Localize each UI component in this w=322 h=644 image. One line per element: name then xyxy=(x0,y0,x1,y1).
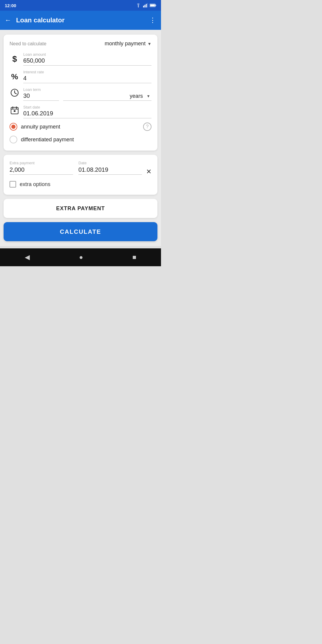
status-bar: 12:00 xyxy=(0,0,161,11)
nav-bar: ◀ ● ■ xyxy=(0,248,161,266)
calculate-type-value: monthly payment xyxy=(105,41,145,47)
dollar-icon: $ xyxy=(10,54,20,66)
extra-payment-date-input[interactable] xyxy=(78,166,142,175)
start-date-group: Start date xyxy=(10,105,151,118)
nav-back-icon[interactable]: ◀ xyxy=(25,253,30,261)
interest-rate-content: Interest rate xyxy=(23,70,151,83)
calculate-button[interactable]: CALCULATE xyxy=(4,222,157,241)
extra-options-row: extra options xyxy=(10,181,151,188)
extra-options-label: extra options xyxy=(20,181,50,188)
wifi-icon xyxy=(135,3,141,7)
battery-icon xyxy=(150,4,156,7)
app-bar: ← Loan calculator ⋮ xyxy=(0,11,161,30)
annuity-payment-row: annuity payment ? xyxy=(10,123,151,131)
status-icons xyxy=(135,3,156,7)
differentiated-radio-button[interactable] xyxy=(10,136,17,143)
loan-term-row: years ▼ xyxy=(23,92,151,101)
nav-home-icon[interactable]: ● xyxy=(79,253,83,261)
calculate-type-arrow-icon: ▼ xyxy=(147,41,151,46)
svg-rect-2 xyxy=(145,5,145,7)
loan-term-unit-value: years xyxy=(130,93,143,99)
differentiated-radio-label: differentiated payment xyxy=(21,137,74,143)
percent-icon: % xyxy=(10,72,20,83)
back-button[interactable]: ← xyxy=(5,16,11,24)
clock-icon xyxy=(10,89,20,101)
interest-rate-input[interactable] xyxy=(23,75,151,83)
calculate-type-dropdown[interactable]: monthly payment ▼ xyxy=(105,41,151,47)
main-form-card: Need to calculate monthly payment ▼ $ Lo… xyxy=(4,35,157,151)
svg-rect-3 xyxy=(146,4,147,7)
menu-button[interactable]: ⋮ xyxy=(149,16,156,24)
payment-type-section: annuity payment ? differentiated payment xyxy=(10,123,151,143)
annuity-radio-left: annuity payment xyxy=(10,123,60,131)
loan-amount-content: Loan amount xyxy=(23,52,151,66)
extra-payment-button[interactable]: EXTRA PAYMENT xyxy=(4,199,157,218)
main-content: Need to calculate monthly payment ▼ $ Lo… xyxy=(0,30,161,246)
app-title: Loan calculator xyxy=(16,16,149,24)
loan-term-unit-dropdown[interactable]: years ▼ xyxy=(63,93,151,101)
loan-term-label: Loan term xyxy=(23,87,151,92)
loan-term-group: Loan term years ▼ xyxy=(10,87,151,101)
loan-term-unit-arrow-icon: ▼ xyxy=(146,94,150,98)
annuity-radio-label: annuity payment xyxy=(21,124,60,130)
extra-payment-amount-input[interactable] xyxy=(10,166,73,175)
extra-payment-header: Extra payment Date ✕ xyxy=(10,161,151,176)
loan-amount-group: $ Loan amount xyxy=(10,52,151,66)
loan-term-input[interactable] xyxy=(23,92,59,101)
extra-payment-date-field: Date xyxy=(78,161,142,175)
help-icon-text: ? xyxy=(146,124,149,129)
loan-amount-label: Loan amount xyxy=(23,52,151,57)
extra-payment-amount-field: Extra payment xyxy=(10,161,73,175)
signal-icon xyxy=(143,3,148,7)
extra-options-checkbox[interactable] xyxy=(10,181,16,188)
help-icon[interactable]: ? xyxy=(143,123,151,131)
need-to-calculate-label: Need to calculate xyxy=(10,41,47,47)
svg-rect-15 xyxy=(14,110,16,112)
interest-rate-group: % Interest rate xyxy=(10,70,151,83)
calendar-icon xyxy=(10,106,20,118)
differentiated-payment-row[interactable]: differentiated payment xyxy=(10,136,151,143)
start-date-content: Start date xyxy=(23,105,151,118)
annuity-radio-button[interactable] xyxy=(10,123,17,131)
start-date-label: Start date xyxy=(23,105,151,109)
svg-point-0 xyxy=(138,7,139,7)
start-date-input[interactable] xyxy=(23,110,151,118)
svg-rect-4 xyxy=(147,3,148,7)
svg-rect-6 xyxy=(156,5,156,6)
extra-payment-amount-label: Extra payment xyxy=(10,161,73,165)
extra-payment-date-label: Date xyxy=(78,161,142,165)
loan-amount-input[interactable] xyxy=(23,57,151,66)
close-extra-payment-button[interactable]: ✕ xyxy=(146,161,151,176)
annuity-radio-inner xyxy=(11,125,16,129)
svg-line-10 xyxy=(15,93,16,94)
extra-payment-card: Extra payment Date ✕ extra options xyxy=(4,155,157,195)
status-time: 12:00 xyxy=(5,3,16,8)
calculate-type-row: Need to calculate monthly payment ▼ xyxy=(10,41,151,47)
nav-recent-icon[interactable]: ■ xyxy=(132,253,136,261)
interest-rate-label: Interest rate xyxy=(23,70,151,74)
extra-payment-fields: Extra payment Date xyxy=(10,161,142,175)
svg-rect-1 xyxy=(143,6,144,7)
loan-term-content: Loan term years ▼ xyxy=(23,87,151,101)
svg-rect-7 xyxy=(150,4,155,7)
